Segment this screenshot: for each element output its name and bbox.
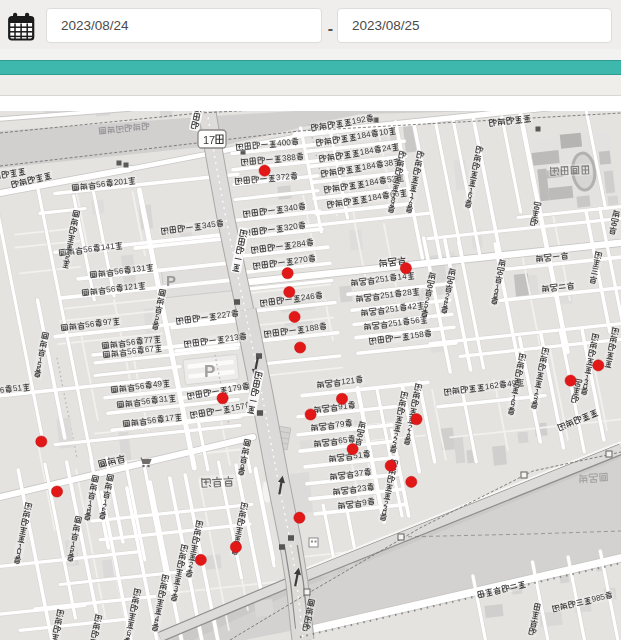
svg-text:P: P: [204, 362, 215, 381]
svg-text:P: P: [166, 272, 176, 289]
svg-text:17: 17: [203, 134, 215, 146]
